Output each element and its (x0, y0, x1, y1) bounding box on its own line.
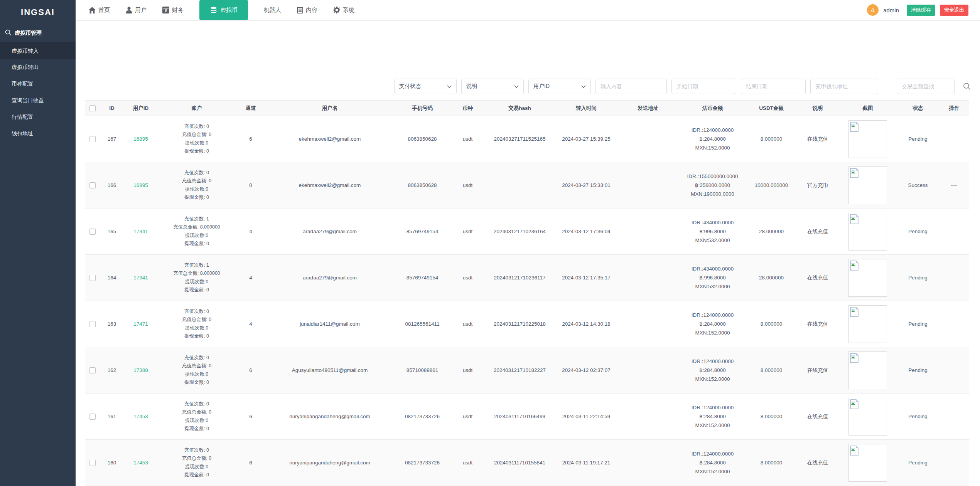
page-content: 支付状态 说明 用户ID (76, 21, 980, 486)
row-action-menu[interactable]: --- (939, 162, 969, 209)
wallet-address-input[interactable] (810, 79, 878, 94)
table-row: 163 17471 充值次数: 0充值总金额: 0提现次数:0提现金额: 0 4… (85, 301, 969, 347)
user-id-link[interactable]: 16895 (133, 182, 148, 188)
row-action-menu[interactable] (939, 209, 969, 255)
screenshot-thumbnail[interactable] (848, 259, 887, 297)
end-date-input[interactable] (741, 79, 806, 94)
cell-account-stats: 充值次数: 0充值总金额: 0提现次数:0提现金额: 0 (158, 162, 235, 209)
search-icon (5, 29, 12, 37)
table-body: 167 16895 充值次数: 0充值总金额: 0提现次数:0提现金额: 0 6… (85, 116, 969, 486)
start-date-input[interactable] (671, 79, 736, 94)
clear-cache-button[interactable]: 清除缓存 (907, 5, 935, 16)
screenshot-thumbnail[interactable] (848, 166, 887, 204)
broken-image-icon (850, 399, 859, 409)
row-checkbox[interactable] (89, 460, 96, 466)
cell-channel: 4 (235, 209, 266, 255)
broken-image-icon (850, 261, 859, 271)
nav-item-finance[interactable]: ¥ 财务 (162, 7, 184, 14)
cell-send-address (617, 394, 679, 440)
screenshot-thumbnail[interactable] (848, 398, 887, 436)
cell-usdt-amount: 10000.000000 (746, 162, 796, 209)
cell-fiat-amount: IDR.:434000.0000฿:996.8000MXN:532.0000 (679, 255, 746, 301)
cell-coin: usdt (451, 116, 484, 162)
status-badge: Pending (897, 209, 939, 255)
sidebar-section-header[interactable]: 虚拟币管理 (0, 24, 76, 42)
sidebar-item-wallet-address[interactable]: 钱包地址 (0, 125, 76, 142)
row-action-menu[interactable] (939, 255, 969, 301)
user-id-link[interactable]: 17453 (133, 414, 148, 419)
cell-tx-hash: 202403111710166499 (484, 394, 555, 440)
user-id-link[interactable]: 17341 (133, 229, 148, 234)
select-all-checkbox[interactable] (89, 105, 96, 111)
sidebar-item-daily-earnings[interactable]: 查询当日收益 (0, 92, 76, 109)
user-id-link[interactable]: 17341 (133, 275, 148, 281)
cell-coin: usdt (451, 255, 484, 301)
col-channel: 通道 (235, 101, 266, 116)
screenshot-thumbnail[interactable] (848, 120, 887, 158)
row-action-menu[interactable] (939, 347, 969, 394)
cell-note: 在线充值 (796, 209, 839, 255)
col-action: 操作 (939, 101, 969, 116)
row-checkbox[interactable] (89, 321, 96, 327)
user-id-link[interactable]: 17471 (133, 321, 148, 327)
row-checkbox[interactable] (89, 229, 96, 235)
cell-transfer-time: 2024-03-11 22:14:59 (555, 394, 617, 440)
cell-coin: usdt (451, 394, 484, 440)
status-badge: Pending (897, 347, 939, 394)
pay-status-select[interactable]: 支付状态 (394, 79, 457, 94)
cell-channel: 4 (235, 255, 266, 301)
row-checkbox[interactable] (89, 182, 96, 188)
user-id-link[interactable]: 17388 (133, 367, 148, 373)
row-action-menu[interactable] (939, 301, 969, 347)
row-action-menu[interactable] (939, 440, 969, 486)
row-checkbox[interactable] (89, 367, 96, 373)
user-id-select[interactable]: 用户ID (528, 79, 591, 94)
row-checkbox[interactable] (89, 414, 96, 420)
user-id-link[interactable]: 16895 (133, 136, 148, 142)
cell-usdt-amount: 28.000000 (746, 255, 796, 301)
nav-item-content[interactable]: 内容 (297, 7, 317, 14)
cell-channel: 6 (235, 394, 266, 440)
cell-send-address (617, 209, 679, 255)
search-content-input[interactable] (595, 79, 667, 94)
sidebar-item-market-config[interactable]: 行情配置 (0, 109, 76, 125)
screenshot-thumbnail[interactable] (848, 351, 887, 389)
amount-search-input[interactable] (897, 79, 955, 94)
search-submit-icon[interactable] (963, 82, 971, 90)
sidebar-item-crypto-out[interactable]: 虚拟币转出 (0, 59, 76, 76)
note-select[interactable]: 说明 (461, 79, 524, 94)
col-send-address: 发送地址 (617, 101, 679, 116)
cell-account-stats: 充值次数: 0充值总金额: 0提现次数:0提现金额: 0 (158, 347, 235, 394)
sidebar: INGSAI 虚拟币管理 虚拟币转入 虚拟币转出 币种配置 查询当日收益 行情配… (0, 0, 76, 486)
sidebar-item-crypto-in[interactable]: 虚拟币转入 (0, 42, 76, 59)
cell-fiat-amount: IDR.:434000.0000฿:996.8000MXN:532.0000 (679, 209, 746, 255)
screenshot-thumbnail[interactable] (848, 444, 887, 482)
finance-yen-icon: ¥ (162, 7, 169, 13)
col-fiat-amount: 法币金额 (679, 101, 746, 116)
screenshot-thumbnail[interactable] (848, 305, 887, 343)
cell-tx-hash: 202403121710225018 (484, 301, 555, 347)
cell-channel: 6 (235, 347, 266, 394)
table-row: 164 17341 充值次数: 1充值总金额: 8.000000提现次数:0提现… (85, 255, 969, 301)
screenshot-thumbnail[interactable] (848, 213, 887, 251)
cell-fiat-amount: IDR.:124000.0000฿:284.8000MXN:152.0000 (679, 301, 746, 347)
cell-username: ekehmaxwell2@gmail.com (266, 162, 393, 209)
row-action-menu[interactable] (939, 394, 969, 440)
cell-username: aradaa279@gmail.com (266, 255, 393, 301)
row-action-menu[interactable] (939, 116, 969, 162)
row-checkbox[interactable] (89, 136, 96, 142)
nav-item-home[interactable]: 首页 (89, 7, 110, 14)
row-checkbox[interactable] (89, 275, 96, 281)
user-id-link[interactable]: 17453 (133, 460, 148, 466)
logout-button[interactable]: 安全退出 (940, 5, 968, 16)
sidebar-item-coin-config[interactable]: 币种配置 (0, 76, 76, 92)
nav-item-robot[interactable]: 机器人 (264, 7, 281, 14)
nav-item-system[interactable]: 系统 (333, 7, 354, 14)
cell-id: 165 (100, 209, 123, 255)
nav-item-users[interactable]: 用户 (126, 7, 147, 14)
avatar[interactable]: a (867, 4, 879, 16)
table-row: 167 16895 充值次数: 0充值总金额: 0提现次数:0提现金额: 0 6… (85, 116, 969, 162)
broken-image-icon (850, 446, 859, 456)
nav-item-crypto[interactable]: 虚拟币 (199, 0, 248, 20)
cell-phone: 8063850628 (393, 116, 451, 162)
